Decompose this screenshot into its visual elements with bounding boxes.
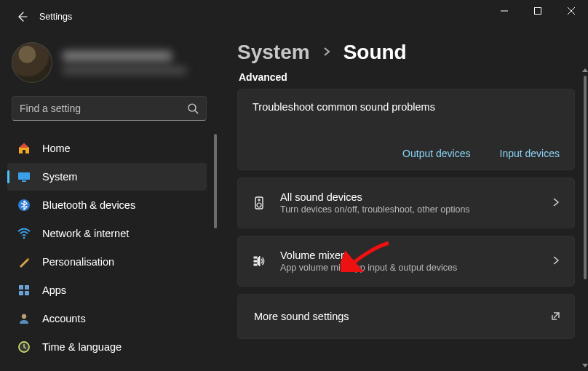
bluetooth-icon xyxy=(17,199,31,212)
sidebar: Home System Bluetooth & devices xyxy=(0,33,218,371)
window-title: Settings xyxy=(39,12,72,22)
svg-rect-8 xyxy=(19,291,23,295)
troubleshoot-card: Troubleshoot common sound problems Outpu… xyxy=(237,89,575,170)
sidebar-item-label: Network & internet xyxy=(42,228,129,239)
sidebar-item-apps[interactable]: Apps xyxy=(7,276,207,304)
avatar xyxy=(12,42,52,83)
svg-rect-9 xyxy=(25,291,29,295)
row-title: More sound settings xyxy=(254,311,538,322)
row-subtitle: Turn devices on/off, troubleshoot, other… xyxy=(280,204,538,215)
search-box[interactable] xyxy=(12,96,207,121)
output-devices-link[interactable]: Output devices xyxy=(402,148,470,159)
clock-icon xyxy=(17,340,31,354)
titlebar: Settings xyxy=(0,0,588,33)
person-icon xyxy=(17,312,31,325)
minimize-button[interactable] xyxy=(488,0,521,22)
svg-rect-3 xyxy=(22,180,26,182)
sidebar-item-label: Home xyxy=(42,143,71,154)
main-content: System Sound Advanced Troubleshoot commo… xyxy=(218,33,588,371)
search-input[interactable] xyxy=(20,103,187,114)
apps-icon xyxy=(17,284,31,297)
breadcrumb-parent[interactable]: System xyxy=(237,41,310,64)
sidebar-item-home[interactable]: Home xyxy=(7,135,207,162)
row-subtitle: App volume mix, app input & output devic… xyxy=(280,263,538,273)
svg-rect-16 xyxy=(254,257,257,258)
svg-point-1 xyxy=(188,104,196,111)
arrow-left-icon xyxy=(16,11,28,23)
sidebar-item-label: Accounts xyxy=(42,313,86,324)
svg-rect-6 xyxy=(19,285,23,290)
sidebar-item-label: Bluetooth & devices xyxy=(42,199,135,211)
sidebar-item-label: System xyxy=(42,171,77,183)
speaker-icon xyxy=(251,196,267,210)
brush-icon xyxy=(17,255,31,268)
svg-point-14 xyxy=(258,199,260,201)
svg-point-5 xyxy=(23,237,25,239)
user-profile[interactable] xyxy=(0,39,218,96)
troubleshoot-title: Troubleshoot common sound problems xyxy=(253,101,560,113)
svg-rect-15 xyxy=(254,260,257,262)
home-icon xyxy=(17,142,31,155)
wifi-icon xyxy=(17,227,31,240)
back-button[interactable] xyxy=(12,7,32,27)
close-button[interactable] xyxy=(555,0,588,22)
sidebar-item-label: Time & language xyxy=(42,341,122,353)
system-icon xyxy=(17,170,31,183)
section-title: Advanced xyxy=(239,71,575,83)
svg-point-10 xyxy=(22,314,26,319)
breadcrumb: System Sound xyxy=(237,41,575,64)
window-controls xyxy=(488,0,588,22)
chevron-right-icon xyxy=(322,47,332,59)
sidebar-scrollbar-thumb[interactable] xyxy=(214,134,217,228)
sidebar-item-accounts[interactable]: Accounts xyxy=(7,305,207,332)
svg-rect-0 xyxy=(535,8,541,15)
scroll-up-button[interactable] xyxy=(582,67,588,73)
open-external-icon xyxy=(551,311,561,323)
maximize-button[interactable] xyxy=(521,0,555,22)
chevron-right-icon xyxy=(551,197,561,210)
volume-mixer-icon xyxy=(251,254,267,268)
input-devices-link[interactable]: Input devices xyxy=(500,148,560,159)
nav-list: Home System Bluetooth & devices xyxy=(0,135,218,361)
sidebar-item-network[interactable]: Network & internet xyxy=(7,220,207,247)
sidebar-item-label: Apps xyxy=(42,284,66,296)
user-name-blurred xyxy=(63,51,207,74)
search-icon xyxy=(187,103,199,114)
sidebar-item-time-language[interactable]: Time & language xyxy=(7,333,207,361)
breadcrumb-current: Sound xyxy=(343,41,407,64)
sidebar-item-label: Personalisation xyxy=(42,256,114,268)
svg-rect-2 xyxy=(18,172,30,180)
scroll-down-button[interactable] xyxy=(582,362,588,368)
more-sound-settings-row[interactable]: More sound settings xyxy=(237,294,575,339)
all-sound-devices-row[interactable]: All sound devices Turn devices on/off, t… xyxy=(237,177,575,228)
svg-rect-7 xyxy=(25,285,29,290)
sidebar-item-system[interactable]: System xyxy=(7,163,207,191)
sidebar-item-bluetooth[interactable]: Bluetooth & devices xyxy=(7,191,207,219)
svg-point-13 xyxy=(257,203,261,207)
chevron-right-icon xyxy=(551,255,561,268)
row-title: All sound devices xyxy=(280,191,538,203)
sidebar-item-personalisation[interactable]: Personalisation xyxy=(7,248,207,276)
svg-rect-17 xyxy=(254,264,257,266)
row-title: Volume mixer xyxy=(280,250,538,261)
volume-mixer-row[interactable]: Volume mixer App volume mix, app input &… xyxy=(237,236,575,287)
main-scrollbar-thumb[interactable] xyxy=(584,76,587,279)
